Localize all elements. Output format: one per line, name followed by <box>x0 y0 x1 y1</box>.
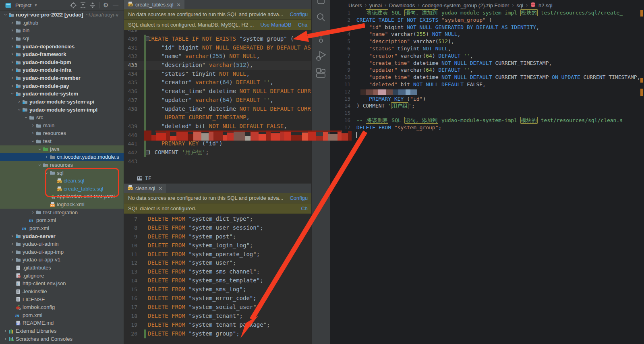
tree-item-logback.xml[interactable]: <>logback.xml <box>0 201 124 209</box>
code-line[interactable]: 3 "id" bigint NOT NULL GENERATED BY DEFA… <box>330 24 644 31</box>
code-line[interactable]: 6 "status" tinyint NOT NULL, <box>330 45 644 52</box>
code-line[interactable]: 9 "updater" varchar(64) DEFAULT '', <box>330 66 644 74</box>
tree-item-yudao-module-infra[interactable]: ›yudao-module-infra <box>0 66 124 74</box>
chevron-right-icon[interactable]: › <box>9 240 15 248</box>
chevron-down-icon[interactable]: › <box>36 162 44 168</box>
error-stripe-mark[interactable] <box>640 78 643 83</box>
code-line[interactable]: 436 "create_time" datetime NOT NULL DEFA… <box>124 87 311 96</box>
tree-item-yudao-ui-app-tmp[interactable]: ›yudao-ui-app-tmp <box>0 248 124 256</box>
tree-item-pom.xml[interactable]: mpom.xml <box>0 216 124 224</box>
chevron-down-icon[interactable]: › <box>8 91 17 97</box>
code-line[interactable]: 10DELETE FROM "system_login_log"; <box>124 241 311 250</box>
tree-item-yudao-framework[interactable]: ›yudao-framework <box>0 50 124 58</box>
chevron-right-icon[interactable]: › <box>9 74 15 82</box>
banner-link[interactable]: Ch <box>301 205 308 211</box>
tree-item-main[interactable]: ›main <box>0 122 124 130</box>
code-line[interactable]: 10 "update_time" datetime NOT NULL DEFAU… <box>330 74 644 81</box>
tree-item-yudao-dependencies[interactable]: ›yudao-dependencies <box>0 43 124 51</box>
dropdown-arrow-icon[interactable]: ▼ <box>34 3 37 7</box>
layout-grid-icon[interactable] <box>315 67 327 81</box>
code-line[interactable]: 13DELETE FROM "system_sms_channel"; <box>124 267 311 276</box>
chevron-down-icon[interactable]: › <box>2 12 10 18</box>
code-line[interactable]: 443 <box>124 157 311 166</box>
breadcrumb-item[interactable]: Downloads <box>389 2 415 8</box>
tree-item-java[interactable]: ›java <box>0 145 124 153</box>
tree-item-readme.md[interactable]: MDREADME.md <box>0 319 124 327</box>
code-line[interactable]: 438 "update_time" datetime NOT NULL DEFA… <box>124 105 311 114</box>
breadcrumb-item[interactable]: yunai <box>369 2 382 8</box>
chevron-right-icon[interactable]: › <box>9 82 15 90</box>
tree-item-.gitignore[interactable]: .gitignore <box>0 272 124 280</box>
breadcrumb-item[interactable]: h2.sql <box>538 2 553 8</box>
chevron-down-icon[interactable]: › <box>36 146 44 152</box>
settings-gear-icon[interactable]: ⚙ <box>101 1 111 9</box>
code-line[interactable]: 16-- 将该删表 SQL 语句, 添加到 yudao-module-syste… <box>330 117 644 124</box>
tree-item-jenkinsfile[interactable]: Jenkinsfile <box>0 288 124 296</box>
chevron-right-icon[interactable]: › <box>30 122 36 130</box>
code-line[interactable]: 430CREATE TABLE IF NOT EXISTS "system_gr… <box>124 35 311 44</box>
breadcrumb-item[interactable]: sql <box>516 2 523 8</box>
tree-item-yudao-module-pay[interactable]: ›yudao-module-pay <box>0 82 124 90</box>
tab-clean-sql[interactable]: SQL clean.sql ✕ <box>124 184 166 193</box>
tree-item-ruoyi-vue-pro-2022-yudao-[interactable]: ›ruoyi-vue-pro-2022 [yudao]~/Java/ruoyi-… <box>0 11 124 19</box>
code-line[interactable]: 7 "creator" varchar(64) DEFAULT '', <box>330 52 644 60</box>
code-line[interactable]: 437 "updater" varchar(64) DEFAULT '', <box>124 96 311 105</box>
banner-link[interactable]: Configu <box>290 195 308 201</box>
code-line[interactable]: 14DELETE FROM "system_sms_template"; <box>124 276 311 285</box>
tree-item-yudao-module-system-impl[interactable]: ›yudao-module-system-impl <box>0 106 124 114</box>
tree-item-.gitattributes[interactable]: .gitattributes <box>0 264 124 272</box>
code-line[interactable]: 19DELETE FROM "system_tenant_package"; <box>124 321 311 329</box>
debug-run-icon[interactable] <box>315 48 327 64</box>
code-line[interactable]: 433 "description" varchar(512), <box>124 61 311 70</box>
code-line[interactable]: 11DELETE FROM "system_operate_log"; <box>124 250 311 259</box>
code-line[interactable]: 14) COMMENT '用户组'; <box>330 102 644 110</box>
locate-icon[interactable] <box>68 1 78 9</box>
structure-label[interactable]: IF <box>145 175 151 181</box>
chevron-down-icon[interactable]: › <box>22 114 30 120</box>
chevron-right-icon[interactable]: › <box>30 129 36 137</box>
tree-item-test[interactable]: ›test <box>0 137 124 145</box>
collapse-all-icon[interactable] <box>78 1 88 9</box>
chevron-right-icon[interactable]: › <box>2 327 8 335</box>
banner-link[interactable]: Cha <box>298 22 308 28</box>
code-line[interactable]: 5 "description" varchar(512), <box>330 38 644 45</box>
tree-item-pom.xml[interactable]: mpom.xml <box>0 311 124 319</box>
chevron-right-icon[interactable]: › <box>9 19 15 27</box>
close-icon[interactable]: ✕ <box>177 2 181 8</box>
tree-item-test-integration[interactable]: ›test-integration <box>0 209 124 217</box>
chevron-right-icon[interactable]: › <box>9 35 15 43</box>
h2-sql-editor[interactable]: 1-- 将该建表 SQL 语句, 添加到 yudao-module-system… <box>330 9 644 138</box>
expand-collapse-icon[interactable] <box>88 1 97 9</box>
code-line[interactable]: 7DELETE FROM "system_dict_type"; <box>124 215 311 224</box>
code-line[interactable]: 8 "create_time" datetime NOT NULL DEFAUL… <box>330 60 644 67</box>
error-stripe-mark[interactable] <box>640 89 643 96</box>
window-partial-icon[interactable] <box>317 0 325 6</box>
code-line[interactable]: 18 <box>330 131 644 139</box>
tree-item-yudao-server[interactable]: ›yudao-server <box>0 232 124 240</box>
search-icon[interactable] <box>316 12 326 24</box>
tree-item-lombok.config[interactable]: lombok.config <box>0 303 124 311</box>
tree-item-external-libraries[interactable]: ›External Libraries <box>0 327 124 335</box>
code-line[interactable]: 12DELETE FROM "system_user"; <box>124 259 311 267</box>
chevron-right-icon[interactable]: › <box>9 232 15 240</box>
code-line[interactable]: 435 "creator" varchar(64) DEFAULT '', <box>124 78 311 87</box>
code-line[interactable]: 15 <box>330 110 644 117</box>
tree-item-bin[interactable]: ›bin <box>0 27 124 35</box>
code-line[interactable]: 13 PRIMARY KEY ("id") <box>330 95 644 103</box>
tree-item-scratches-and-consoles[interactable]: ›Scratches and Consoles <box>0 335 124 343</box>
tree-item-yudao-ui-app-v1[interactable]: ›yudao-ui-app-v1 <box>0 256 124 264</box>
chevron-down-icon[interactable]: › <box>15 107 23 113</box>
tree-item-src[interactable]: ›src <box>0 114 124 122</box>
code-line[interactable]: 20DELETE FROM "system_group"; <box>124 329 311 338</box>
tree-item-resources[interactable]: ›resources <box>0 129 124 137</box>
create-tables-editor[interactable]: 429430CREATE TABLE IF NOT EXISTS "system… <box>124 30 311 173</box>
code-line[interactable]: 429 <box>124 30 311 35</box>
chevron-right-icon[interactable]: › <box>9 256 15 264</box>
chevron-right-icon[interactable]: › <box>30 209 36 217</box>
tree-item-license[interactable]: LICENSE <box>0 296 124 304</box>
code-line[interactable]: 16DELETE FROM "system_error_code"; <box>124 294 311 303</box>
hide-panel-icon[interactable]: — <box>111 1 120 9</box>
chevron-right-icon[interactable]: › <box>2 335 8 343</box>
chevron-right-icon[interactable]: › <box>16 98 22 106</box>
close-icon[interactable]: ✕ <box>158 186 162 191</box>
